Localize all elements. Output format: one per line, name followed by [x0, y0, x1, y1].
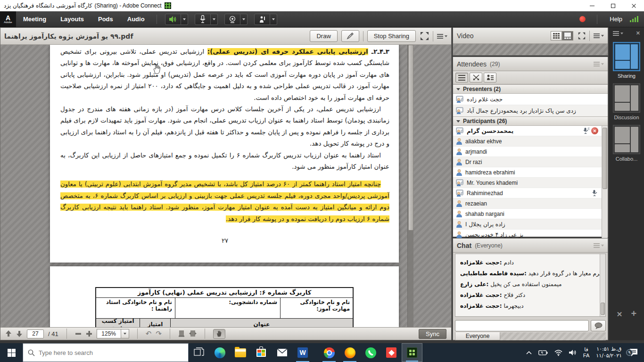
speaker-dropdown[interactable] — [181, 14, 188, 25]
layout-collaboration[interactable]: Collabo... — [613, 125, 640, 162]
raise-hand-button[interactable] — [254, 14, 270, 25]
adobe-connect-taskbar-icon[interactable] — [402, 343, 422, 362]
stop-sharing-button[interactable]: Stop Sharing — [367, 30, 416, 42]
microphone-button[interactable] — [195, 14, 211, 25]
participant-row[interactable]: Mr. Younes khademi — [453, 178, 608, 188]
participants-scrollbar[interactable] — [602, 126, 608, 238]
zoom-level-select[interactable]: 125% — [97, 329, 129, 338]
word-icon[interactable]: W — [292, 343, 313, 362]
maximize-button[interactable] — [603, 0, 623, 11]
breakout-room-view-button[interactable] — [470, 73, 482, 82]
webcam-button[interactable] — [224, 14, 240, 25]
microsoft-store-icon[interactable] — [251, 343, 272, 362]
presenter-row[interactable]: زدی سن پاک نژادیاز برد یمحمودزارع جمال آ… — [453, 105, 608, 116]
language-indicator[interactable]: فاFA — [580, 346, 593, 359]
participant-row[interactable]: زاده یران یجلال ا — [453, 219, 608, 230]
menu-audio[interactable]: Audio — [120, 11, 152, 27]
layout-strip-close-icon[interactable]: ✕ — [636, 30, 640, 36]
participant-row[interactable]: یمحمدحسن گرام ✕ — [453, 126, 608, 136]
document-scrollbar[interactable] — [407, 45, 413, 327]
participant-row[interactable]: arjmandi — [453, 147, 608, 157]
participants-scrollbar-thumb[interactable] — [603, 128, 607, 189]
mail-icon[interactable] — [272, 343, 292, 362]
webcam-dropdown[interactable] — [240, 14, 248, 25]
help-link[interactable]: Help — [610, 16, 622, 23]
add-layout-icon[interactable]: + — [631, 310, 636, 319]
pod-options-icon[interactable]: ✕ — [617, 310, 623, 319]
menu-pods[interactable]: Pods — [91, 11, 120, 27]
microphone-dropdown[interactable] — [211, 14, 218, 25]
edge-icon[interactable] — [209, 343, 230, 362]
participant-row[interactable]: hamidreza ebrahimi — [453, 167, 608, 178]
fit-page-button[interactable] — [178, 330, 185, 337]
video-grid-view-button[interactable] — [551, 31, 562, 41]
task-view-button[interactable] — [189, 343, 209, 362]
taskbar-clock[interactable]: ق.ظ ۱۰:۵۱۱۱/۰۵/۲۰۲۱ — [593, 346, 625, 359]
sync-button[interactable]: Sync — [419, 329, 446, 339]
chat-scrollbar[interactable] — [600, 254, 605, 316]
menu-layouts[interactable]: Layouts — [53, 11, 91, 27]
raise-hand-dropdown[interactable] — [270, 14, 277, 25]
chat-pod-menu-button[interactable] — [594, 243, 604, 248]
search-input[interactable] — [39, 349, 161, 356]
fit-width-button[interactable] — [189, 330, 197, 337]
page-number-input[interactable] — [27, 329, 44, 338]
zoom-dropdown-caret[interactable] — [121, 329, 129, 338]
presenter-row[interactable]: حجت غلام زاده — [453, 94, 608, 105]
fullscreen-button[interactable] — [420, 32, 429, 41]
volume-icon[interactable] — [566, 349, 580, 356]
taskbar-search[interactable] — [23, 343, 189, 362]
layout-strip-menu-button[interactable] — [613, 31, 623, 36]
participant-row[interactable]: Rahiminezhad — [453, 188, 608, 198]
participant-row[interactable]: aliakbar ekhve — [453, 136, 608, 147]
minimize-button[interactable] — [582, 0, 603, 11]
participant-row[interactable]: rezaeian — [453, 198, 608, 209]
presenters-section-header[interactable]: Presenters (2) — [453, 84, 608, 94]
video-filmstrip-view-button[interactable] — [562, 31, 573, 41]
next-page-button[interactable] — [16, 330, 23, 337]
rotate-left-button[interactable]: ↶ — [146, 329, 152, 338]
firefox-icon[interactable] — [339, 343, 360, 362]
wifi-icon[interactable] — [551, 350, 566, 356]
participant-row[interactable]: یز عی زاد ۴ خودیریحسن — [453, 230, 608, 238]
rotate-right-button[interactable]: ↷ — [156, 329, 162, 338]
close-button[interactable] — [623, 0, 644, 11]
previous-page-button[interactable] — [5, 330, 12, 337]
participant-row[interactable]: shahab nargani — [453, 209, 608, 219]
zoom-in-button[interactable] — [86, 330, 92, 337]
block-user-icon[interactable]: ✕ — [591, 127, 598, 134]
connection-signal-icon[interactable] — [630, 16, 638, 22]
tray-chevron-icon[interactable] — [523, 351, 535, 354]
participants-section-header[interactable]: Participants (26) — [453, 116, 608, 126]
zoom-out-button[interactable] — [75, 330, 82, 337]
document-viewport[interactable]: ۳ـ۴ـ۲ـ ارزشیابی پایانی عملکرد حرفه ای (ت… — [0, 45, 451, 327]
adobe-logo[interactable]: AAdobe — [0, 11, 16, 27]
anydesk-icon[interactable] — [381, 343, 402, 362]
send-message-button[interactable] — [591, 320, 606, 331]
video-fullscreen-button[interactable] — [578, 32, 586, 40]
layout-discussion[interactable]: Discussion — [613, 83, 640, 120]
chat-tab-everyone[interactable]: Everyone — [455, 332, 500, 340]
participant-row[interactable]: Dr razi — [453, 157, 608, 167]
notification-center-icon[interactable]: ۹ — [625, 348, 644, 357]
attendees-pod-menu-button[interactable] — [594, 62, 604, 66]
attendee-list-view-button[interactable] — [484, 73, 496, 82]
share-pod-menu-button[interactable] — [437, 34, 447, 39]
chat-messages-area[interactable]: دادم :حجت غلامزاده لطفا فرم معیار ها در … — [455, 254, 606, 317]
draw-button[interactable]: Draw — [310, 30, 337, 42]
whatsapp-icon[interactable] — [360, 343, 381, 362]
chat-input[interactable] — [455, 320, 589, 331]
layout-sharing[interactable]: Sharing — [613, 42, 640, 79]
battery-icon[interactable] — [535, 350, 551, 355]
attendee-status-view-button[interactable] — [455, 73, 468, 82]
pan-tool-button[interactable] — [213, 329, 225, 339]
chat-scrollbar-thumb[interactable] — [601, 303, 605, 315]
file-explorer-icon[interactable] — [230, 343, 251, 362]
document-scrollbar-thumb[interactable] — [408, 45, 413, 230]
chrome-icon[interactable] — [319, 343, 339, 362]
video-pod-menu-button[interactable] — [594, 33, 604, 38]
menu-meeting[interactable]: Meeting — [16, 11, 53, 27]
pointer-tool-button[interactable] — [341, 30, 359, 42]
speaker-button[interactable] — [165, 14, 181, 25]
start-button[interactable] — [0, 343, 23, 362]
